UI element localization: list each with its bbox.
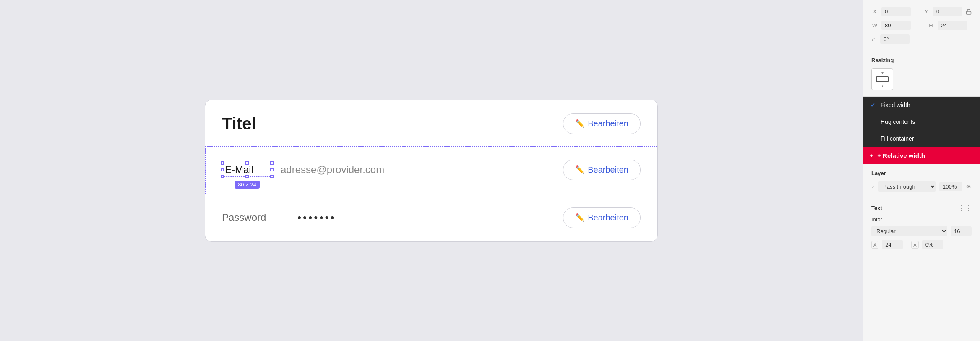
- handle-tr: [270, 161, 274, 165]
- layer-section: Layer ○ Pass through 👁: [863, 164, 980, 198]
- svg-rect-0: [967, 11, 971, 14]
- password-row: Password ••••••• ✏️ Bearbeiten: [205, 194, 657, 241]
- pencil-icon-2: ✏️: [575, 165, 584, 174]
- font-size-input[interactable]: [951, 226, 972, 236]
- card-title: Titel: [222, 114, 256, 133]
- x-input[interactable]: [881, 7, 911, 16]
- header-edit-button[interactable]: ✏️ Bearbeiten: [563, 113, 641, 134]
- password-field-value: •••••••: [297, 211, 563, 224]
- blend-mode-select[interactable]: Pass through: [878, 181, 936, 192]
- line-height-input[interactable]: [882, 240, 903, 249]
- resize-inner-box: [876, 76, 889, 82]
- handle-bm: [245, 175, 249, 178]
- wh-row: W H: [871, 21, 972, 30]
- handle-lm: [221, 168, 224, 171]
- relative-width-label: + Relative width: [877, 152, 925, 159]
- chevron-down-icon: ▾: [881, 71, 884, 75]
- text-section-header: Text ⋮⋮: [871, 204, 972, 212]
- resizing-title: Resizing: [871, 57, 972, 63]
- relative-width-option[interactable]: + Relative width: [863, 147, 980, 164]
- check-icon: ✓: [870, 102, 876, 108]
- text-options-icon[interactable]: ⋮⋮: [958, 204, 972, 212]
- resizing-section: Resizing ▾ ▴: [863, 51, 980, 97]
- w-label: W: [871, 22, 878, 29]
- y-label: Y: [923, 8, 930, 15]
- line-height-row: A A: [871, 240, 972, 249]
- opacity-input[interactable]: [939, 182, 962, 191]
- handle-tm: [245, 161, 249, 165]
- pencil-icon-3: ✏️: [575, 213, 584, 222]
- fill-container-label: Fill container: [881, 135, 914, 142]
- handle-rm: [270, 168, 274, 171]
- form-card: Titel ✏️ Bearbeiten E-Mail: [205, 100, 658, 242]
- fixed-width-option[interactable]: ✓ Fixed width: [863, 97, 980, 113]
- no-check-icon-fill: ✓: [870, 135, 876, 142]
- rotation-corner-icon: ↙: [871, 37, 875, 42]
- handle-tl: [221, 161, 224, 165]
- h-label: H: [928, 22, 934, 29]
- email-field-label: E-Mail: [222, 163, 272, 177]
- text-title: Text: [871, 205, 882, 211]
- visibility-icon[interactable]: 👁: [966, 184, 972, 190]
- resizing-dropdown: ✓ Fixed width ✓ Hug contents ✓ Fill cont…: [863, 97, 980, 164]
- header-edit-label: Bearbeiten: [588, 119, 628, 129]
- letter-spacing-icon: A: [911, 241, 918, 249]
- password-field-label: Password: [222, 212, 297, 223]
- w-input[interactable]: [881, 21, 911, 30]
- rotation-row: ↙: [871, 34, 972, 44]
- h-input[interactable]: [938, 21, 967, 30]
- position-section: X Y W H ↙: [863, 0, 980, 51]
- right-panel: X Y W H ↙ Resizing: [863, 0, 980, 341]
- email-row[interactable]: E-Mail 80 × 24 adresse@provider.com ✏️ B…: [205, 146, 657, 194]
- pencil-icon: ✏️: [575, 119, 584, 128]
- canvas-area: Titel ✏️ Bearbeiten E-Mail: [0, 0, 863, 341]
- letter-spacing-input[interactable]: [922, 240, 943, 249]
- email-edit-label: Bearbeiten: [588, 165, 628, 175]
- resize-visual[interactable]: ▾ ▴: [871, 68, 893, 90]
- handle-br: [270, 175, 274, 178]
- chevron-up-icon: ▴: [881, 84, 884, 88]
- password-edit-button[interactable]: ✏️ Bearbeiten: [563, 207, 641, 228]
- email-edit-button[interactable]: ✏️ Bearbeiten: [563, 160, 641, 180]
- card-header: Titel ✏️ Bearbeiten: [205, 100, 657, 146]
- resizing-row: ▾ ▴: [871, 68, 972, 90]
- size-badge: 80 × 24: [235, 181, 260, 189]
- email-field-value: adresse@provider.com: [281, 164, 563, 176]
- fixed-width-label: Fixed width: [881, 102, 910, 108]
- y-input[interactable]: [933, 7, 962, 16]
- no-check-icon-hug: ✓: [870, 118, 876, 125]
- font-style-select[interactable]: Regular: [871, 226, 947, 236]
- constrain-icon: [966, 8, 972, 15]
- font-style-row: Regular: [871, 226, 972, 236]
- hug-contents-label: Hug contents: [881, 118, 915, 125]
- password-edit-label: Bearbeiten: [588, 213, 628, 223]
- font-name: Inter: [871, 216, 972, 223]
- x-label: X: [871, 8, 878, 15]
- layer-row: ○ Pass through 👁: [871, 181, 972, 192]
- email-label-wrapper: E-Mail 80 × 24: [222, 163, 272, 177]
- dropdown-container: ✓ Fixed width ✓ Hug contents ✓ Fill cont…: [863, 97, 980, 164]
- rotation-input[interactable]: [880, 34, 910, 44]
- text-section: Text ⋮⋮ Inter Regular A A: [863, 198, 980, 255]
- hug-contents-option[interactable]: ✓ Hug contents: [863, 113, 980, 130]
- layer-title: Layer: [871, 170, 972, 176]
- xy-row: X Y: [871, 7, 972, 16]
- blend-circle-icon: ○: [871, 184, 874, 189]
- line-height-icon: A: [871, 241, 878, 249]
- handle-bl: [221, 175, 224, 178]
- fill-container-option[interactable]: ✓ Fill container: [863, 130, 980, 147]
